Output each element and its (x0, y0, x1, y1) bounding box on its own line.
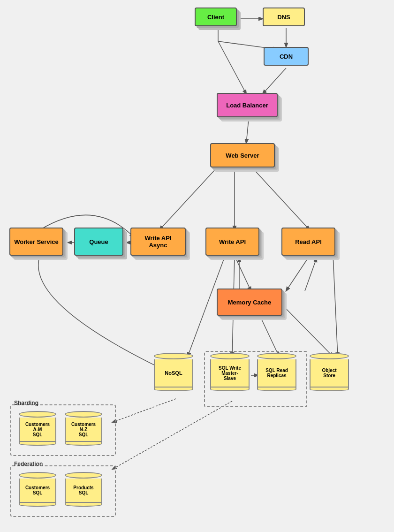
customers-sql-label: Customers SQL (25, 485, 50, 495)
webserver-label: Web Server (226, 152, 259, 159)
svg-line-6 (246, 120, 249, 143)
svg-line-5 (218, 41, 246, 94)
queue-label: Queue (89, 238, 108, 245)
writeapiasync-node: Write API Async (130, 228, 186, 256)
cdn-node: CDN (264, 47, 309, 66)
svg-line-18 (333, 256, 338, 357)
customers-nz-label: Customers N-Z SQL (71, 422, 96, 437)
memorycache-label: Memory Cache (228, 299, 271, 306)
svg-line-4 (263, 68, 286, 94)
sqlread-label: SQL Read Replicas (265, 368, 288, 378)
customers-am-node: Customers A-M SQL (19, 411, 56, 446)
svg-line-23 (113, 401, 232, 469)
sharding-label: Sharding (14, 400, 38, 406)
svg-line-7 (159, 169, 216, 230)
sqlwrite-node: SQL Write Master- Slave (210, 353, 250, 391)
client-node: Client (195, 8, 237, 26)
dns-node: DNS (263, 8, 305, 26)
dns-label: DNS (277, 14, 290, 21)
products-sql-label: Products SQL (73, 485, 93, 495)
nosql-node: NoSQL (154, 353, 193, 391)
customers-nz-node: Customers N-Z SQL (65, 411, 102, 446)
cdn-label: CDN (280, 53, 293, 60)
loadbalancer-node: Load Balancer (217, 93, 278, 117)
loadbalancer-label: Load Balancer (226, 102, 268, 109)
federation-label: Federation (14, 461, 43, 467)
writeapi-node: Write API (205, 228, 259, 256)
objectstore-node: Object Store (310, 353, 349, 391)
writeapiasync-label: Write API Async (144, 235, 171, 249)
readapi-node: Read API (281, 228, 335, 256)
svg-line-13 (286, 256, 310, 291)
workerservice-label: Worker Service (14, 238, 58, 245)
svg-line-22 (113, 399, 176, 422)
memorycache-node: Memory Cache (217, 289, 282, 316)
readapi-label: Read API (295, 238, 322, 245)
client-label: Client (207, 14, 224, 21)
svg-line-17 (281, 304, 333, 357)
customers-am-label: Customers A-M SQL (25, 422, 50, 437)
queue-node: Queue (74, 228, 123, 256)
sqlread-node: SQL Read Replicas (257, 353, 296, 391)
svg-line-21 (305, 258, 317, 291)
workerservice-node: Worker Service (9, 228, 63, 256)
nosql-label: NoSQL (165, 370, 182, 376)
svg-line-12 (235, 256, 251, 291)
objectstore-label: Object Store (322, 368, 336, 378)
svg-line-9 (253, 169, 310, 230)
writeapi-label: Write API (219, 238, 246, 245)
products-sql-node: Products SQL (65, 472, 102, 507)
customers-sql-node: Customers SQL (19, 472, 56, 507)
architecture-diagram: Client DNS CDN Load Balancer Web Server … (0, 0, 394, 532)
sqlwrite-label: SQL Write Master- Slave (219, 365, 241, 381)
webserver-node: Web Server (210, 143, 275, 167)
